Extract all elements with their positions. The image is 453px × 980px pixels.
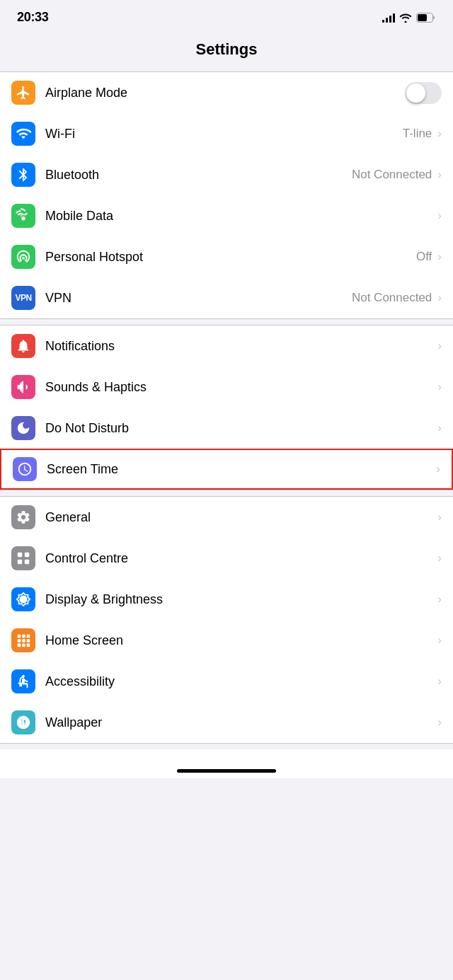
vpn-value: Not Connected [352, 291, 432, 305]
general-icon [11, 505, 35, 529]
settings-row-vpn[interactable]: VPN VPN Not Connected › [0, 277, 453, 318]
wallpaper-chevron: › [437, 715, 442, 730]
settings-row-accessibility[interactable]: Accessibility › [0, 661, 453, 702]
hotspot-chevron: › [437, 250, 442, 264]
mobile-data-label: Mobile Data [45, 209, 435, 224]
settings-row-display[interactable]: Display & Brightness › [0, 579, 453, 620]
settings-row-general[interactable]: General › [0, 497, 453, 538]
hotspot-icon [11, 245, 35, 269]
airplane-mode-toggle[interactable] [405, 82, 442, 104]
section-system2: General › Control Centre › Display & Bri… [0, 496, 453, 744]
signal-icon [382, 13, 395, 23]
bluetooth-chevron: › [437, 168, 442, 182]
accessibility-icon [11, 669, 35, 693]
dnd-label: Do Not Disturb [45, 421, 435, 436]
airplane-mode-right [399, 82, 442, 104]
wallpaper-label: Wallpaper [45, 715, 435, 730]
wifi-value: T-line [403, 127, 432, 141]
section-system1: Notifications › Sounds & Haptics › Do No… [0, 325, 453, 490]
settings-row-wifi[interactable]: Wi-Fi T-line › [0, 113, 453, 154]
airplane-mode-label: Airplane Mode [45, 86, 399, 100]
settings-row-screen-time[interactable]: Screen Time › [0, 449, 453, 490]
page-title: Settings [0, 30, 453, 71]
settings-row-notifications[interactable]: Notifications › [0, 325, 453, 367]
sounds-label: Sounds & Haptics [45, 380, 435, 395]
accessibility-label: Accessibility [45, 674, 435, 689]
airplane-mode-icon [11, 81, 35, 105]
settings-row-hotspot[interactable]: Personal Hotspot Off › [0, 236, 453, 277]
wallpaper-right: › [435, 715, 442, 730]
notifications-label: Notifications [45, 339, 435, 354]
control-centre-chevron: › [437, 551, 442, 565]
svg-rect-5 [18, 560, 22, 564]
screen-time-chevron: › [436, 462, 440, 476]
hotspot-right: Off › [416, 250, 442, 264]
mobile-data-chevron: › [437, 209, 442, 223]
display-icon [11, 587, 35, 611]
wifi-status-icon [399, 13, 412, 23]
display-right: › [435, 592, 442, 606]
battery-icon [416, 13, 436, 23]
settings-row-control-centre[interactable]: Control Centre › [0, 538, 453, 579]
vpn-right: Not Connected › [352, 291, 442, 305]
wallpaper-icon [11, 710, 35, 734]
vpn-chevron: › [437, 291, 442, 305]
screen-time-right: › [433, 462, 440, 476]
home-screen-right: › [435, 633, 442, 647]
notifications-right: › [435, 339, 442, 353]
bluetooth-label: Bluetooth [45, 168, 352, 183]
status-time: 20:33 [17, 10, 49, 25]
accessibility-right: › [435, 674, 442, 688]
dnd-icon [11, 416, 35, 440]
section-list-system2: General › Control Centre › Display & Bri… [0, 496, 453, 744]
section-list-system1: Notifications › Sounds & Haptics › Do No… [0, 325, 453, 490]
svg-rect-4 [25, 553, 29, 557]
svg-rect-6 [25, 560, 29, 564]
display-label: Display & Brightness [45, 592, 435, 607]
notifications-icon [11, 334, 35, 358]
sounds-right: › [435, 380, 442, 394]
bluetooth-icon [11, 163, 35, 187]
home-screen-icon [11, 628, 35, 652]
bluetooth-value: Not Connected [352, 168, 432, 182]
control-centre-label: Control Centre [45, 551, 435, 566]
home-screen-chevron: › [437, 633, 442, 647]
bottom-area [0, 749, 453, 778]
bluetooth-right: Not Connected › [352, 168, 442, 182]
dnd-right: › [435, 421, 442, 435]
settings-row-bluetooth[interactable]: Bluetooth Not Connected › [0, 154, 453, 195]
sounds-icon [11, 375, 35, 399]
settings-row-dnd[interactable]: Do Not Disturb › [0, 408, 453, 449]
svg-rect-12 [27, 639, 30, 642]
status-icons [382, 13, 436, 23]
svg-rect-1 [418, 14, 427, 21]
svg-point-2 [21, 217, 25, 221]
settings-row-sounds[interactable]: Sounds & Haptics › [0, 367, 453, 408]
home-bar [177, 769, 276, 773]
settings-row-home-screen[interactable]: Home Screen › [0, 620, 453, 661]
status-bar: 20:33 [0, 0, 453, 30]
vpn-label: VPN [45, 291, 352, 306]
svg-rect-8 [22, 635, 25, 638]
dnd-chevron: › [437, 421, 442, 435]
section-connectivity: Airplane Mode Wi-Fi T-line › Bluetoot [0, 71, 453, 319]
wifi-right: T-line › [403, 127, 442, 141]
control-centre-icon [11, 546, 35, 570]
settings-row-mobile-data[interactable]: Mobile Data › [0, 195, 453, 236]
notifications-chevron: › [437, 339, 442, 353]
screen-time-label: Screen Time [47, 462, 433, 477]
general-chevron: › [437, 510, 442, 524]
screen-time-icon [13, 457, 37, 481]
general-label: General [45, 510, 435, 525]
accessibility-chevron: › [437, 674, 442, 688]
settings-row-airplane-mode[interactable]: Airplane Mode [0, 72, 453, 113]
svg-rect-11 [22, 639, 25, 642]
svg-rect-9 [27, 635, 30, 638]
mobile-data-right: › [435, 209, 442, 223]
settings-row-wallpaper[interactable]: Wallpaper › [0, 702, 453, 743]
svg-rect-3 [18, 553, 22, 557]
wifi-label: Wi-Fi [45, 127, 403, 142]
hotspot-label: Personal Hotspot [45, 250, 416, 265]
section-list-connectivity: Airplane Mode Wi-Fi T-line › Bluetoot [0, 71, 453, 319]
svg-rect-10 [18, 639, 21, 642]
